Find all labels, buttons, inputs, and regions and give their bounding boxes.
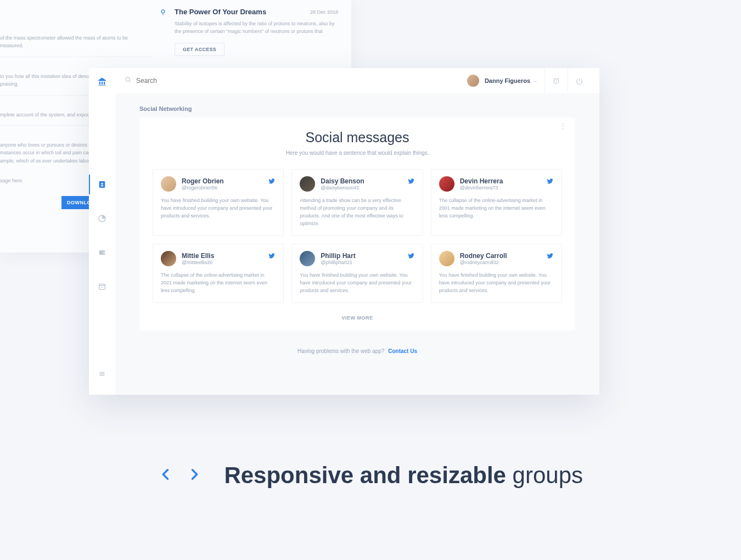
lightbulb-icon	[159, 8, 167, 16]
chevron-down-icon: ⌄	[534, 78, 538, 83]
svg-rect-4	[103, 252, 105, 254]
message-body: Attending a trade show can be a very eff…	[300, 197, 414, 228]
help-footer: Having problems with the web app? Contac…	[115, 348, 599, 354]
sidebar-item-menu[interactable]	[89, 361, 115, 387]
topbar: Danny Figueros ⌄	[115, 68, 599, 93]
sidebar-item-analytics[interactable]	[89, 205, 115, 232]
sidebar-item-contacts[interactable]	[89, 171, 115, 198]
panel-subtitle: Here you would have a sentence that woul…	[153, 150, 562, 156]
messages-grid: Roger Obrien@rogerobrien56You have finis…	[153, 169, 562, 303]
page-caption: Responsive and resizable groups	[0, 462, 741, 489]
search-input[interactable]	[136, 77, 246, 85]
sidebar	[89, 68, 115, 395]
sidebar-item-wallet[interactable]	[89, 239, 115, 266]
user-menu[interactable]: Danny Figueros ⌄	[467, 75, 538, 87]
message-author: Devin Herrera	[460, 177, 503, 185]
message-body: You have finished building your own webs…	[300, 272, 414, 295]
app-logo-icon	[97, 77, 107, 89]
message-handle: @mittieellis20	[182, 260, 214, 265]
message-handle: @devinherrera73	[460, 185, 503, 191]
bg-article-title: The Power Of Your Dreams	[175, 8, 266, 16]
message-handle: @philliphart21	[321, 260, 355, 265]
user-name: Danny Figueros	[485, 77, 530, 84]
contact-us-link[interactable]: Contact Us	[388, 348, 417, 354]
twitter-icon	[546, 177, 554, 187]
sidebar-item-calendar[interactable]	[89, 273, 115, 300]
twitter-icon	[268, 252, 276, 262]
svg-rect-5	[99, 284, 105, 289]
message-card[interactable]: Phillip Hart@philliphart21You have finis…	[291, 244, 423, 303]
message-card[interactable]: Rodney Carroll@rodneycarroll32You have f…	[431, 244, 562, 303]
message-card[interactable]: Daisy Benson@daisybenson43Attending a tr…	[291, 169, 423, 236]
bg-fragment: of the mass spectrometer allowed the mas…	[0, 27, 153, 57]
search-field[interactable]	[124, 76, 467, 86]
caption-bold: Responsive and resizable	[224, 462, 506, 488]
footer-text: Having problems with the web app?	[297, 348, 384, 354]
search-icon	[124, 76, 136, 86]
message-card[interactable]: Mittie Ellis@mittieellis20The collapse o…	[153, 244, 284, 303]
message-card[interactable]: Devin Herrera@devinherrera73The collapse…	[431, 169, 562, 236]
bg-article-desc: Stability of isotopes is affected by the…	[175, 20, 338, 35]
message-body: You have finished building your own webs…	[161, 197, 276, 220]
message-author: Daisy Benson	[321, 177, 364, 185]
twitter-icon	[407, 252, 415, 262]
message-avatar	[439, 176, 454, 192]
twitter-icon	[268, 177, 276, 187]
message-body: The collapse of the online-advertising m…	[439, 197, 554, 220]
message-avatar	[161, 251, 176, 266]
message-avatar	[300, 251, 315, 266]
message-avatar	[161, 176, 176, 192]
app-window: Danny Figueros ⌄ Social Networking ⋮ Soc…	[89, 68, 599, 395]
svg-point-6	[126, 77, 130, 81]
breadcrumb: Social Networking	[115, 93, 599, 117]
twitter-icon	[407, 177, 415, 187]
message-avatar	[300, 176, 315, 192]
chevron-right-icon[interactable]	[187, 467, 202, 484]
user-avatar	[467, 75, 479, 87]
view-more-button[interactable]: VIEW MORE	[153, 315, 562, 321]
chevron-left-icon[interactable]	[158, 467, 173, 484]
message-handle: @daisybenson43	[321, 185, 364, 191]
message-author: Mittie Ellis	[182, 252, 214, 260]
main-area: Danny Figueros ⌄ Social Networking ⋮ Soc…	[115, 68, 599, 395]
messages-panel: ⋮ Social messages Here you would have a …	[139, 117, 575, 331]
alarm-button[interactable]	[544, 68, 568, 93]
power-button[interactable]	[568, 68, 591, 93]
svg-point-2	[101, 183, 103, 184]
breadcrumb-current: Social Networking	[139, 105, 192, 112]
message-author: Phillip Hart	[321, 252, 355, 260]
panel-more-icon[interactable]: ⋮	[559, 125, 566, 128]
svg-point-0	[161, 9, 165, 13]
message-body: The collapse of the online-advertising m…	[161, 272, 276, 295]
message-author: Roger Obrien	[182, 177, 224, 185]
panel-title: Social messages	[153, 130, 562, 145]
message-card[interactable]: Roger Obrien@rogerobrien56You have finis…	[153, 169, 284, 236]
caption-light: groups	[506, 462, 583, 488]
bg-article-date: 28 Dec 2018	[310, 9, 338, 15]
twitter-icon	[546, 252, 554, 262]
message-handle: @rogerobrien56	[182, 185, 224, 191]
message-body: You have finished building your own webs…	[439, 272, 554, 295]
message-avatar	[439, 251, 454, 266]
message-author: Rodney Carroll	[460, 252, 507, 260]
get-access-button[interactable]: GET ACCESS	[175, 43, 224, 56]
message-handle: @rodneycarroll32	[460, 260, 507, 265]
